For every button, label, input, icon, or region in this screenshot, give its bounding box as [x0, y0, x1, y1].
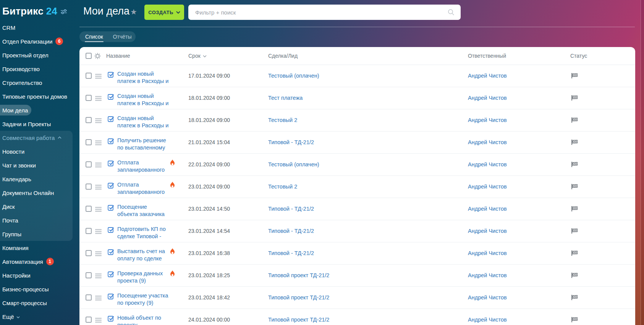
- task-name-link[interactable]: Получить решениепо выставленному: [117, 137, 175, 151]
- row-checkbox[interactable]: [86, 73, 92, 79]
- sidebar-item-tasks-and-projects[interactable]: Задачи и Проекты: [0, 117, 79, 131]
- sidebar-item-groups[interactable]: Группы: [0, 227, 73, 241]
- deal-link[interactable]: Типовой проект ТД-21/2: [268, 317, 329, 323]
- task-name-link[interactable]: Отплатазапланированного: [117, 181, 175, 196]
- deal-link[interactable]: Тест платежа: [268, 95, 303, 101]
- responsible-link[interactable]: Андрей Чистов: [468, 139, 507, 145]
- task-name-link[interactable]: Подготовить КП посделке Типовой -: [117, 226, 175, 240]
- deal-link[interactable]: Тестовый 2: [268, 117, 297, 123]
- sidebar-item-disk[interactable]: Диск: [0, 200, 73, 213]
- row-checkbox[interactable]: [86, 250, 92, 256]
- row-checkbox[interactable]: [86, 317, 92, 323]
- drag-handle-icon[interactable]: [95, 140, 102, 146]
- tab-list[interactable]: Список: [85, 32, 104, 41]
- responsible-link[interactable]: Андрей Чистов: [468, 272, 507, 278]
- deal-link[interactable]: Типовой - ТД-21/2: [268, 228, 314, 234]
- task-name-link[interactable]: Проверка данныхпроекта (9): [117, 270, 175, 284]
- status-flag-icon: [571, 117, 578, 123]
- sidebar-item-chat-calls[interactable]: Чат и звонки: [0, 158, 73, 172]
- row-checkbox[interactable]: [86, 161, 92, 167]
- task-name-link[interactable]: Создан новыйплатеж в Расходы и: [117, 70, 175, 85]
- sidebar-item-mail[interactable]: Почта: [0, 213, 73, 227]
- drag-handle-icon[interactable]: [95, 185, 102, 190]
- task-name-link[interactable]: Отплатазапланированного: [117, 159, 175, 174]
- column-header-name[interactable]: Название: [106, 53, 130, 59]
- page-scrollbar[interactable]: [641, 0, 644, 325]
- tab-reports[interactable]: Отчёты: [113, 32, 132, 41]
- deal-link[interactable]: Типовой проект ТД-21/2: [268, 294, 329, 301]
- responsible-link[interactable]: Андрей Чистов: [468, 184, 507, 190]
- drag-handle-icon[interactable]: [95, 296, 102, 301]
- task-name-link[interactable]: Выставить счет наоплату по сделке: [117, 248, 175, 262]
- gear-icon[interactable]: [94, 53, 101, 59]
- sidebar-item-docs-online[interactable]: Документы Онлайн: [0, 186, 73, 200]
- column-header-status[interactable]: Статус: [570, 53, 587, 59]
- row-checkbox[interactable]: [86, 272, 92, 278]
- sidebar-item-crm[interactable]: CRM: [0, 21, 79, 34]
- sidebar-item-construction[interactable]: Строительство: [0, 76, 79, 89]
- drag-handle-icon[interactable]: [95, 273, 102, 279]
- sidebar-item-production[interactable]: Производство: [0, 62, 79, 76]
- deal-link[interactable]: Тестовый 2: [268, 184, 297, 190]
- deal-link[interactable]: Типовой проект ТД-21/2: [268, 272, 329, 278]
- sidebar-group-header[interactable]: Совместная работа: [0, 131, 73, 145]
- responsible-link[interactable]: Андрей Чистов: [468, 250, 507, 256]
- search-input[interactable]: [188, 9, 448, 16]
- sidebar-item-business-processes[interactable]: Бизнес-процессы: [0, 282, 79, 296]
- drag-handle-icon[interactable]: [95, 229, 102, 235]
- select-all-checkbox[interactable]: [86, 53, 92, 59]
- deal-link[interactable]: Типовой - ТД-21/2: [268, 206, 314, 212]
- row-checkbox[interactable]: [86, 117, 92, 123]
- task-name-link[interactable]: Новый объект попроекту: [117, 314, 175, 325]
- deal-link[interactable]: Типовой - ТД-21/2: [268, 139, 314, 145]
- create-button[interactable]: СОЗДАТЬ: [144, 5, 184, 20]
- favorite-star-icon[interactable]: ★: [130, 7, 137, 16]
- column-header-due[interactable]: Срок: [188, 53, 207, 59]
- sidebar-item-news[interactable]: Новости: [0, 145, 73, 158]
- task-name-link[interactable]: Создан новыйплатеж в Расходы и: [117, 93, 175, 107]
- responsible-link[interactable]: Андрей Чистов: [468, 294, 507, 301]
- responsible-link[interactable]: Андрей Чистов: [468, 317, 507, 323]
- row-checkbox[interactable]: [86, 184, 92, 190]
- sliders-icon[interactable]: [61, 9, 67, 15]
- search-icon[interactable]: [448, 9, 455, 16]
- bitrix24-logo[interactable]: Битрикс 24: [2, 5, 67, 18]
- responsible-link[interactable]: Андрей Чистов: [468, 117, 507, 123]
- row-checkbox[interactable]: [86, 294, 92, 301]
- sidebar-item-typical-house-projects[interactable]: Типовые проекты домов: [0, 89, 79, 103]
- row-checkbox[interactable]: [86, 139, 92, 145]
- drag-handle-icon[interactable]: [95, 318, 102, 323]
- deal-link[interactable]: Типовой - ТД-21/2: [268, 250, 314, 256]
- sidebar-item-sales-dept[interactable]: Отдел Реализации6: [0, 34, 79, 48]
- drag-handle-icon[interactable]: [95, 251, 102, 257]
- fire-icon: [170, 248, 175, 254]
- drag-handle-icon[interactable]: [95, 207, 102, 213]
- responsible-link[interactable]: Андрей Чистов: [468, 73, 507, 79]
- task-name-link[interactable]: Посещениеобъекта заказчика: [117, 203, 175, 218]
- drag-handle-icon[interactable]: [95, 118, 102, 124]
- row-checkbox[interactable]: [86, 95, 92, 101]
- responsible-link[interactable]: Андрей Чистов: [468, 206, 507, 212]
- sidebar-item-project-dept[interactable]: Проектный отдел: [0, 48, 79, 62]
- responsible-link[interactable]: Андрей Чистов: [468, 95, 507, 101]
- sidebar-item-settings[interactable]: Настройки: [0, 268, 79, 282]
- responsible-link[interactable]: Андрей Чистов: [468, 161, 507, 167]
- sidebar-item-more[interactable]: Ещё: [2, 310, 20, 323]
- drag-handle-icon[interactable]: [95, 96, 102, 102]
- responsible-link[interactable]: Андрей Чистов: [468, 228, 507, 234]
- column-header-deal[interactable]: Сделка/Лид: [268, 53, 298, 59]
- sidebar-item-smart-processes[interactable]: Смарт-процессы: [0, 296, 79, 310]
- drag-handle-icon[interactable]: [95, 74, 102, 80]
- sidebar-item-calendar[interactable]: Календарь: [0, 172, 73, 186]
- sidebar-item-company[interactable]: Компания: [0, 241, 79, 255]
- task-name-link[interactable]: Создан новыйплатеж в Расходы и: [117, 115, 175, 129]
- drag-handle-icon[interactable]: [95, 162, 102, 168]
- column-header-responsible[interactable]: Ответственный: [468, 53, 506, 59]
- deal-link[interactable]: Тестовый (оплачен): [268, 161, 319, 167]
- deal-link[interactable]: Тестовый (оплачен): [268, 73, 319, 79]
- sidebar-item-automation[interactable]: Автоматизация1: [0, 255, 79, 268]
- row-checkbox[interactable]: [86, 206, 92, 212]
- task-name-link[interactable]: Посещение участкапо проекту (9): [117, 292, 175, 307]
- sidebar-item-my-activities[interactable]: Мои дела: [0, 103, 79, 117]
- row-checkbox[interactable]: [86, 228, 92, 234]
